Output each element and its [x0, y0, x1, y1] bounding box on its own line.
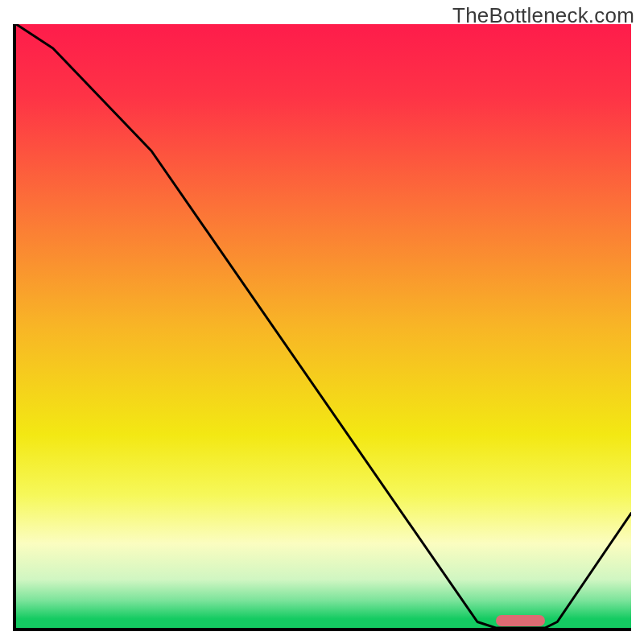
- plot-area: [16, 24, 631, 628]
- line-curve: [16, 24, 631, 628]
- optimal-range-marker: [496, 615, 545, 626]
- chart-container: TheBottleneck.com: [0, 0, 644, 644]
